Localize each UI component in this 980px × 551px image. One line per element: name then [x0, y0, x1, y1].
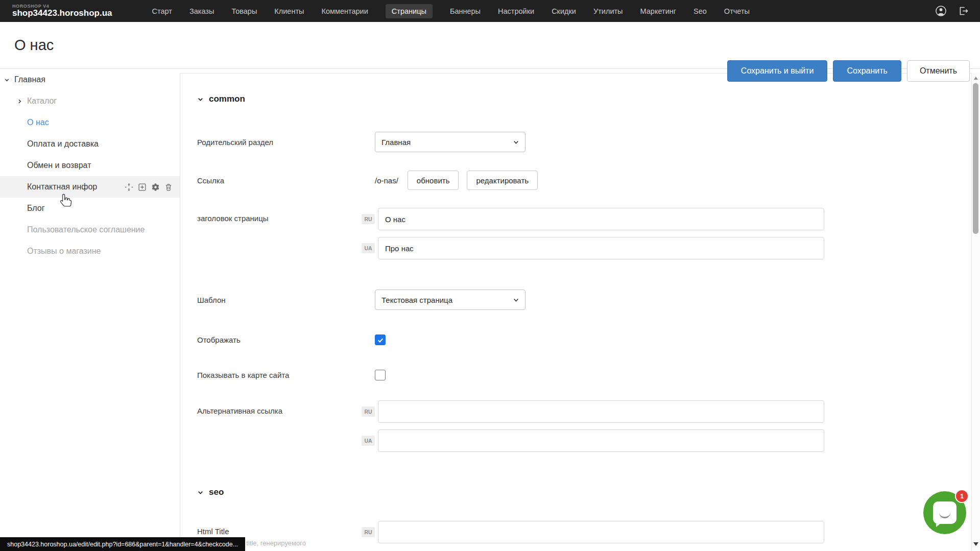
chat-unread-badge: 1: [955, 489, 969, 503]
sidebar-item-payment-delivery[interactable]: Оплата и доставка: [0, 133, 180, 155]
select-value: Главная: [381, 138, 411, 147]
account-icon[interactable]: [935, 5, 947, 17]
section-seo-header[interactable]: seo: [197, 486, 971, 498]
field-template: Шаблон Текстовая страница: [197, 290, 971, 310]
update-link-button[interactable]: обновить: [408, 171, 459, 190]
field-alt-link: Альтернативная ссылка RU UA: [197, 400, 971, 459]
field-label: Шаблон: [197, 296, 341, 304]
sidebar-item-user-agreement[interactable]: Пользовательское соглашение: [0, 219, 180, 241]
nav-item-pages[interactable]: Страницы: [386, 4, 433, 18]
html-title-label: Html Title: [197, 527, 341, 536]
parent-section-select[interactable]: Главная: [375, 132, 525, 152]
nav-item-discounts[interactable]: Скидки: [552, 4, 576, 18]
delete-trash-icon[interactable]: [164, 183, 173, 191]
page-title: О нас: [14, 37, 54, 54]
sidebar-item-label: Оплата и доставка: [27, 139, 99, 149]
sidebar-item-label: Пользовательское соглашение: [27, 225, 145, 234]
cancel-button[interactable]: Отменить: [907, 60, 970, 82]
sidebar-item-exchange-return[interactable]: Обмен и возврат: [0, 155, 180, 176]
sidebar-item-about-us[interactable]: О нас: [0, 112, 180, 133]
settings-gear-icon[interactable]: [151, 183, 160, 191]
field-display: Отображать: [197, 334, 971, 345]
section-common-title: common: [209, 94, 245, 104]
lang-ru-badge: RU: [362, 214, 375, 224]
main-menu: Старт Заказы Товары Клиенты Комментарии …: [152, 4, 750, 18]
logout-icon[interactable]: [958, 6, 969, 16]
sidebar-item-label: Контактная инфор: [27, 182, 97, 191]
check-icon: [377, 337, 384, 344]
save-button[interactable]: Сохранить: [833, 60, 901, 82]
display-checkbox[interactable]: [375, 334, 386, 345]
scrollbar-thumb[interactable]: [973, 83, 978, 234]
nav-item-orders[interactable]: Заказы: [189, 4, 214, 18]
chevron-down-icon: [513, 297, 519, 303]
field-page-title: заголовок страницы RU UA: [197, 208, 971, 266]
section-seo-title: seo: [209, 487, 224, 497]
sidebar-item-label: Каталог: [27, 97, 57, 106]
nav-item-clients[interactable]: Клиенты: [274, 4, 304, 18]
chevron-down-icon[interactable]: [4, 77, 10, 83]
header-actions: Сохранить и выйти Сохранить Отменить: [727, 60, 970, 82]
sidebar-item-store-reviews[interactable]: Отзывы о магазине: [0, 241, 180, 262]
sidebar-item-label: Главная: [14, 75, 45, 84]
field-label: заголовок страницы: [197, 208, 341, 266]
save-and-exit-button[interactable]: Сохранить и выйти: [727, 60, 828, 82]
page-title-ru-input[interactable]: [378, 208, 824, 230]
field-label: Ссылка: [197, 176, 341, 185]
field-label: Родительский раздел: [197, 138, 341, 147]
field-link: Ссылка /o-nas/ обновить редактировать: [197, 171, 971, 190]
scroll-up-arrow[interactable]: [974, 77, 978, 80]
alt-link-ru-input[interactable]: [378, 400, 824, 423]
nav-item-products[interactable]: Товары: [231, 4, 257, 18]
add-page-icon[interactable]: [138, 183, 147, 191]
top-navbar: HOROSHOP V4 shop34423.horoshop.ua Старт …: [0, 0, 980, 22]
nav-item-banners[interactable]: Баннеры: [450, 4, 481, 18]
sidebar-item-home[interactable]: Главная: [0, 69, 180, 90]
vertical-scrollbar[interactable]: [971, 73, 980, 551]
tree-item-actions: [125, 176, 173, 198]
scroll-down-arrow[interactable]: [973, 542, 978, 546]
nav-item-reports[interactable]: Отчеты: [724, 4, 750, 18]
sitemap-checkbox[interactable]: [375, 370, 386, 380]
nav-item-start[interactable]: Старт: [152, 4, 172, 18]
sidebar-item-catalog[interactable]: Каталог: [0, 90, 180, 112]
browser-status-url: shop34423.horoshop.ua/edit/edit.php?id=6…: [0, 537, 245, 551]
select-value: Текстовая страница: [381, 296, 452, 304]
section-common-header[interactable]: common: [197, 93, 971, 105]
template-select[interactable]: Текстовая страница: [375, 290, 525, 310]
lang-ua-badge: UA: [362, 436, 375, 446]
edit-link-button[interactable]: редактировать: [467, 171, 538, 190]
alt-link-ua-input[interactable]: [378, 429, 824, 452]
lang-ru-badge: RU: [362, 406, 375, 417]
chevron-down-icon: [513, 139, 519, 146]
nav-item-seo[interactable]: Seo: [694, 4, 707, 18]
nav-item-marketing[interactable]: Маркетинг: [640, 4, 677, 18]
field-parent-section: Родительский раздел Главная: [197, 132, 971, 152]
sidebar-item-label: Обмен и возврат: [27, 161, 91, 170]
nav-item-settings[interactable]: Настройки: [498, 4, 534, 18]
chevron-down-icon: [197, 489, 204, 496]
page-title-ua-input[interactable]: [378, 237, 824, 259]
html-title-ru-input[interactable]: [378, 521, 824, 543]
shop-logo[interactable]: HOROSHOP V4 shop34423.horoshop.ua: [12, 4, 112, 18]
sidebar-item-label: Блог: [27, 204, 45, 213]
logo-domain: shop34423.horoshop.ua: [12, 9, 112, 18]
sidebar-item-blog[interactable]: Блог: [0, 198, 180, 219]
sidebar-item-label: Отзывы о магазине: [27, 247, 101, 256]
sidebar-item-contact-info[interactable]: Контактная инфор: [0, 176, 180, 198]
page-edit-form: common Родительский раздел Главная Ссылк…: [180, 73, 971, 551]
chevron-right-icon[interactable]: [17, 99, 22, 104]
pages-tree-sidebar: Главная Каталог О нас Оплата и доставка …: [0, 69, 180, 551]
field-label: Альтернативная ссылка: [197, 400, 341, 459]
page-header: О нас Сохранить и выйти Сохранить Отмени…: [0, 22, 980, 69]
field-label: Отображать: [197, 336, 341, 344]
chat-widget-button[interactable]: 1: [923, 491, 966, 534]
move-icon[interactable]: [125, 183, 133, 191]
field-label: Показывать в карте сайта: [197, 371, 341, 379]
field-sitemap: Показывать в карте сайта: [197, 370, 971, 380]
nav-item-utilities[interactable]: Утилиты: [593, 4, 623, 18]
lang-ru-badge: RU: [362, 527, 375, 537]
chat-bubble-icon: [933, 501, 957, 524]
nav-item-comments[interactable]: Комментарии: [321, 4, 368, 18]
sidebar-item-label: О нас: [27, 118, 49, 127]
